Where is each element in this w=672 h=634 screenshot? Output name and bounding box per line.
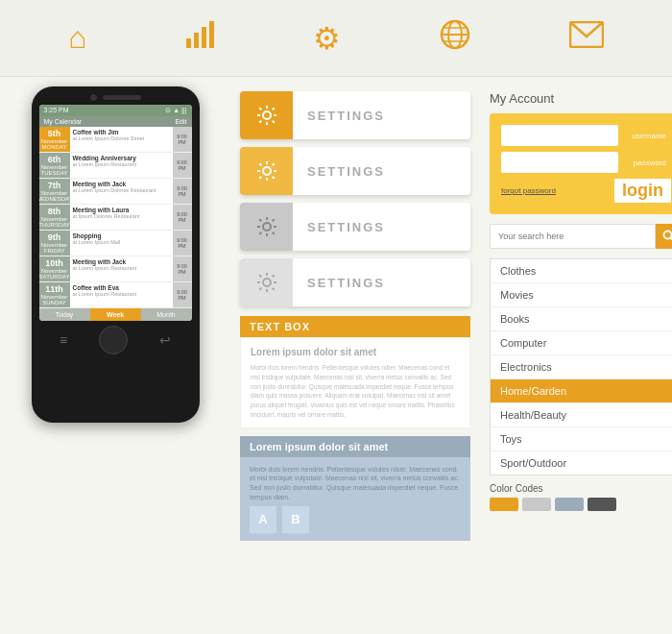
settings-button-4[interactable]: SETTINGS <box>240 258 470 306</box>
settings-button-3[interactable]: SETTINGS <box>240 203 470 251</box>
category-item-clothes[interactable]: Clothes <box>491 259 672 283</box>
event-details-col: Coffee with Jimat Lorem Ipsum Dolores St… <box>70 127 173 152</box>
phone-tab-week[interactable]: Week <box>90 308 141 321</box>
username-row: username <box>501 125 671 146</box>
category-item-toys[interactable]: Toys <box>491 427 672 451</box>
text-box-item-a[interactable]: A <box>250 506 276 533</box>
category-item-electronics[interactable]: Electronics <box>491 355 672 379</box>
forgot-password-link[interactable]: forgot password <box>501 186 556 195</box>
event-date-col: 9thNovemberFRIDAY <box>39 231 70 256</box>
color-swatch-2 <box>522 498 551 511</box>
calendar-event-row: 5thNovemberMONDAYCoffee with Jimat Lorem… <box>39 127 192 153</box>
phone-time: 3:25 PM <box>44 107 69 114</box>
event-title: Meeting with Jack <box>73 258 170 265</box>
event-title: Coffee with Jim <box>73 129 170 135</box>
event-day-num: 7th <box>48 181 61 190</box>
category-item-computer[interactable]: Computer <box>491 331 672 355</box>
event-day: MONDAY <box>42 144 67 150</box>
category-item-home-garden[interactable]: Home/Garden <box>491 379 672 403</box>
svg-rect-3 <box>209 21 214 48</box>
event-time-col: 9:00 PM <box>173 127 192 152</box>
event-location: at Lorem Ipsum Restaurant <box>73 291 170 297</box>
svg-point-10 <box>263 111 271 119</box>
category-item-sport-outdoor[interactable]: Sport/Outdoor <box>491 451 672 475</box>
event-time-col: 9:00 PM <box>173 153 192 178</box>
calendar-event-row: 6thNovemberTUESDAYWedding Anniversaryat … <box>39 153 192 179</box>
text-box-content: Morbi duis lorem hendris. Pellentesque v… <box>251 363 460 420</box>
event-day-num: 6th <box>48 155 61 164</box>
calendar-edit[interactable]: Edit <box>175 118 186 125</box>
event-day: WEDNESDAY <box>39 196 73 202</box>
event-details-col: Meeting with Lauraat Ipsum Dolores Resta… <box>70 205 173 230</box>
color-codes-section: Color Codes <box>490 483 672 511</box>
text-box-header: TEXT BOX <box>240 316 470 337</box>
phone-tabs: TodayWeekMonth <box>39 308 192 321</box>
right-section: My Account username password forgot pass… <box>480 77 672 634</box>
settings-button-1[interactable]: SETTINGS <box>240 91 470 139</box>
settings-label-2: SETTINGS <box>293 147 470 195</box>
phone-signal-icons: ⊙ ▲ ||| <box>165 107 186 114</box>
phone-home-area: ≡ ↩ <box>39 321 192 359</box>
event-location: at Lorem Ipsum Restaurant <box>73 161 170 167</box>
color-swatch-3 <box>555 498 584 511</box>
categories-list: ClothesMoviesBooksComputerElectronicsHom… <box>490 258 672 476</box>
settings-icon-2 <box>240 147 293 195</box>
text-box-item-b[interactable]: B <box>282 506 309 533</box>
event-date-col: 6thNovemberTUESDAY <box>39 153 70 178</box>
svg-point-12 <box>263 223 271 231</box>
settings-label-1: SETTINGS <box>293 91 470 139</box>
account-title: My Account <box>490 91 672 106</box>
settings-button-2[interactable]: SETTINGS <box>240 147 470 195</box>
search-input[interactable] <box>490 224 656 249</box>
phone-camera <box>90 94 97 101</box>
phone-tab-today[interactable]: Today <box>39 308 90 321</box>
phone-back-icon[interactable]: ↩ <box>159 332 171 348</box>
event-location: at Lorem Ipsum Restaurant <box>73 265 170 271</box>
svg-rect-0 <box>186 38 191 48</box>
event-time-col: 9:00 PM <box>173 231 192 256</box>
event-day: SATURDAY <box>39 274 70 280</box>
mail-icon[interactable] <box>569 21 604 55</box>
event-day-num: 9th <box>48 232 61 242</box>
middle-section: SETTINGSSETTINGSSETTINGSSETTINGS TEXT BO… <box>230 77 480 634</box>
color-swatch-1 <box>490 498 518 511</box>
login-button[interactable]: login <box>614 179 671 203</box>
main-content: 3:25 PM ⊙ ▲ ||| My Calendar Edit 5thNove… <box>0 77 672 634</box>
home-icon[interactable]: ⌂ <box>68 20 86 56</box>
settings-label-4: SETTINGS <box>293 258 470 306</box>
signal-icon[interactable] <box>184 19 215 57</box>
event-title: Wedding Anniversary <box>73 155 170 161</box>
event-date-col: 8thNovemberTHURSDAY <box>39 205 70 230</box>
event-day-num: 8th <box>48 207 61 216</box>
calendar-event-row: 9thNovemberFRIDAYShoppingat Lorem Ipsum … <box>39 231 192 256</box>
event-day: TUESDAY <box>41 170 68 176</box>
svg-point-13 <box>263 279 271 286</box>
event-location: at Lorem Ipsum Dolores Restaurant <box>73 187 170 193</box>
event-details-col: Meeting with Jackat Lorem Ipsum Restaura… <box>70 256 173 281</box>
svg-point-14 <box>664 232 672 239</box>
event-time-col: 9:00 PM <box>173 282 192 307</box>
event-title: Shopping <box>73 232 170 239</box>
event-details-col: Wedding Anniversaryat Lorem Ipsum Restau… <box>70 153 173 178</box>
password-input[interactable] <box>501 152 618 173</box>
color-swatch-4 <box>588 498 616 511</box>
category-item-movies[interactable]: Movies <box>491 283 672 307</box>
phone-menu-icon[interactable]: ≡ <box>60 332 67 348</box>
category-item-health-beauty[interactable]: Health/Beauty <box>491 403 672 427</box>
account-form: username password forgot password login <box>490 113 672 214</box>
phone-mockup-section: 3:25 PM ⊙ ▲ ||| My Calendar Edit 5thNove… <box>0 77 230 634</box>
phone-tab-month[interactable]: Month <box>141 308 192 321</box>
search-button[interactable] <box>656 224 672 249</box>
account-actions: forgot password login <box>501 179 671 203</box>
gear-icon[interactable]: ⚙ <box>313 20 341 57</box>
event-date-col: 7thNovemberWEDNESDAY <box>39 179 70 204</box>
category-item-books[interactable]: Books <box>491 307 672 331</box>
username-label: username <box>618 132 671 140</box>
calendar-event-row: 11thNovemberSUNDAYCoffee with Evaat Lore… <box>39 282 192 308</box>
phone-home-button[interactable] <box>99 326 128 354</box>
calendar-event-row: 7thNovemberWEDNESDAYMeeting with Jackat … <box>39 179 192 205</box>
username-input[interactable] <box>501 125 618 146</box>
globe-icon[interactable] <box>439 18 471 58</box>
search-row <box>490 224 672 249</box>
text-box-gray-header: Lorem ipsum dolor sit amet <box>240 436 470 457</box>
